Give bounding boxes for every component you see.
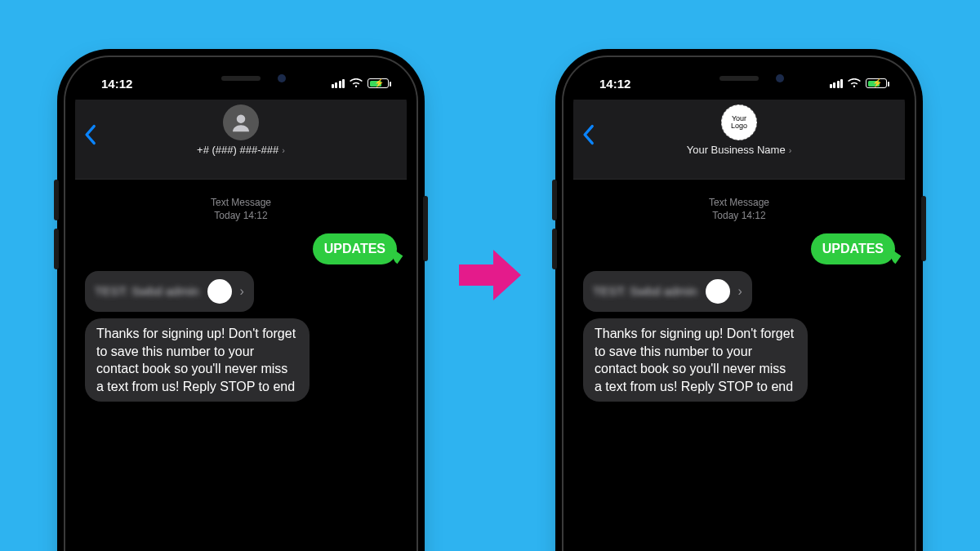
business-logo-avatar: Your Logo bbox=[721, 104, 757, 140]
link-preview-text: TEST: Swbd admin bbox=[593, 284, 697, 298]
front-camera bbox=[278, 74, 286, 82]
timestamp-label: Text Message Today 14:12 bbox=[85, 196, 397, 222]
screen: 14:12 ⚡ +# (### bbox=[75, 67, 407, 551]
link-preview-text: TEST: Swbd admin bbox=[95, 284, 199, 298]
phone-right: 14:12 ⚡ Your Logo bbox=[564, 57, 915, 551]
chevron-right-icon: › bbox=[282, 145, 285, 155]
chevron-right-icon: › bbox=[789, 145, 792, 155]
timestamp-label: Text Message Today 14:12 bbox=[583, 196, 895, 222]
link-preview-card[interactable]: TEST: Swbd admin › bbox=[583, 271, 752, 312]
screen: 14:12 ⚡ Your Logo bbox=[573, 67, 905, 551]
power-button[interactable] bbox=[921, 196, 926, 261]
outgoing-message-bubble[interactable]: UPDATES bbox=[313, 233, 397, 264]
chevron-right-icon: › bbox=[738, 284, 742, 299]
status-time: 14:12 bbox=[93, 77, 132, 91]
incoming-message-bubble[interactable]: Thanks for signing up! Don't forget to s… bbox=[583, 318, 808, 402]
power-button[interactable] bbox=[423, 196, 428, 261]
notch bbox=[662, 67, 817, 90]
contact-name: +# (###) ###-### bbox=[197, 144, 278, 156]
chevron-right-icon: › bbox=[240, 284, 244, 299]
volume-down-button[interactable] bbox=[54, 229, 59, 269]
outgoing-message-bubble[interactable]: UPDATES bbox=[811, 233, 895, 264]
cellular-icon bbox=[830, 79, 844, 88]
incoming-message-bubble[interactable]: Thanks for signing up! Don't forget to s… bbox=[85, 318, 310, 402]
messages-area[interactable]: Text Message Today 14:12 UPDATES TEST: S… bbox=[75, 180, 407, 551]
battery-icon: ⚡ bbox=[866, 78, 887, 88]
volume-down-button[interactable] bbox=[552, 229, 557, 269]
speaker bbox=[221, 76, 261, 81]
link-preview-thumb bbox=[706, 279, 730, 304]
conversation-header: +# (###) ###-### › bbox=[75, 100, 407, 180]
status-time: 14:12 bbox=[591, 77, 630, 91]
volume-up-button[interactable] bbox=[54, 180, 59, 220]
link-preview-thumb bbox=[207, 279, 232, 304]
phone-left: 14:12 ⚡ +# (### bbox=[65, 57, 416, 551]
conversation-header: Your Logo Your Business Name › bbox=[573, 100, 905, 180]
contact-info[interactable]: +# (###) ###-### › bbox=[75, 104, 407, 156]
arrow-icon bbox=[457, 245, 523, 305]
wifi-icon bbox=[350, 77, 363, 91]
svg-point-0 bbox=[237, 114, 246, 123]
contact-info[interactable]: Your Logo Your Business Name › bbox=[573, 104, 905, 156]
messages-area[interactable]: Text Message Today 14:12 UPDATES TEST: S… bbox=[573, 180, 905, 551]
battery-icon: ⚡ bbox=[368, 78, 389, 88]
front-camera bbox=[776, 74, 784, 82]
wifi-icon bbox=[848, 77, 861, 91]
contact-name: Your Business Name bbox=[687, 144, 786, 156]
notch bbox=[163, 67, 318, 90]
speaker bbox=[719, 76, 759, 81]
cellular-icon bbox=[332, 79, 345, 88]
link-preview-card[interactable]: TEST: Swbd admin › bbox=[85, 271, 254, 312]
volume-up-button[interactable] bbox=[552, 180, 557, 220]
avatar-placeholder-icon bbox=[223, 104, 259, 140]
